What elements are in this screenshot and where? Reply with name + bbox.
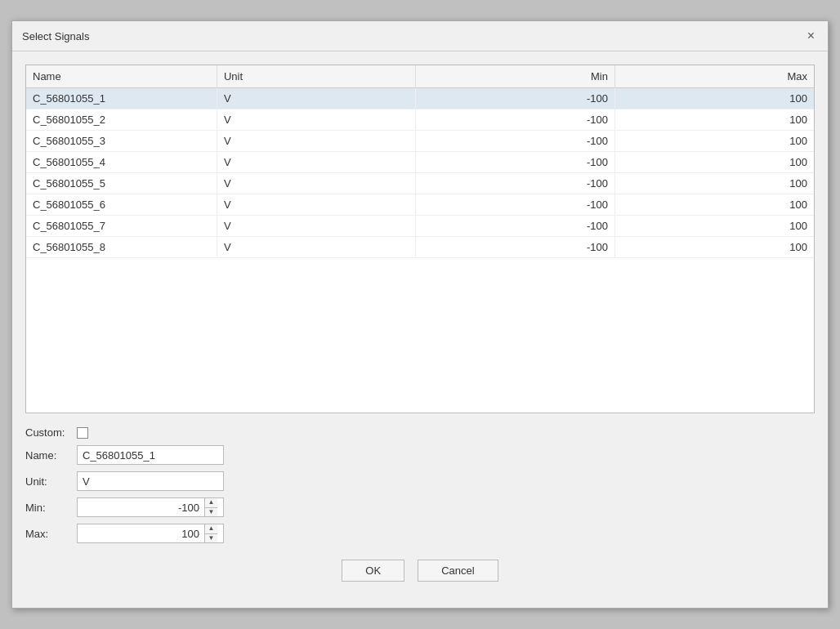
cell-min: -100 xyxy=(416,88,615,109)
table-row[interactable]: C_56801055_6V-100100 xyxy=(26,194,814,216)
min-spinner-arrows: ▲ ▼ xyxy=(204,498,217,516)
signals-table: Name Unit Min Max C_56801055_1V-100100C_… xyxy=(26,65,814,258)
cell-max: 100 xyxy=(614,109,814,131)
cell-name: C_56801055_8 xyxy=(26,237,217,258)
custom-label: Custom: xyxy=(25,426,70,439)
cell-unit: V xyxy=(217,216,416,237)
cell-name: C_56801055_6 xyxy=(26,194,217,216)
max-label: Max: xyxy=(25,528,70,540)
table-row[interactable]: C_56801055_3V-100100 xyxy=(26,131,814,152)
table-row[interactable]: C_56801055_8V-100100 xyxy=(26,237,814,258)
cell-max: 100 xyxy=(614,216,814,237)
form-section: Custom: Name: Unit: Min: ▲ ▼ xyxy=(25,426,815,543)
table-header-row: Name Unit Min Max xyxy=(26,65,814,88)
cell-min: -100 xyxy=(416,173,615,194)
name-row: Name: xyxy=(25,445,815,465)
col-header-min: Min xyxy=(416,65,615,88)
cell-min: -100 xyxy=(416,131,615,152)
max-input[interactable] xyxy=(78,524,204,542)
table-row[interactable]: C_56801055_2V-100100 xyxy=(26,109,814,131)
col-header-name: Name xyxy=(26,65,217,88)
dialog-body: Name Unit Min Max C_56801055_1V-100100C_… xyxy=(12,51,828,608)
cell-max: 100 xyxy=(614,173,814,194)
name-label: Name: xyxy=(25,449,70,462)
max-down-arrow[interactable]: ▼ xyxy=(205,534,217,543)
signals-table-container: Name Unit Min Max C_56801055_1V-100100C_… xyxy=(25,65,815,413)
min-down-arrow[interactable]: ▼ xyxy=(205,508,217,517)
col-header-unit: Unit xyxy=(217,65,416,88)
title-bar: Select Signals × xyxy=(12,21,828,51)
cell-name: C_56801055_3 xyxy=(26,131,217,152)
unit-row: Unit: xyxy=(25,471,815,491)
cell-max: 100 xyxy=(614,88,814,109)
name-input[interactable] xyxy=(77,445,224,465)
col-header-max: Max xyxy=(614,65,814,88)
cell-unit: V xyxy=(217,109,416,131)
cell-min: -100 xyxy=(416,109,615,131)
min-spinner: ▲ ▼ xyxy=(77,497,224,517)
cancel-button[interactable]: Cancel xyxy=(418,560,498,582)
ok-button[interactable]: OK xyxy=(342,560,404,582)
min-input[interactable] xyxy=(78,498,204,516)
min-row: Min: ▲ ▼ xyxy=(25,497,815,517)
cell-min: -100 xyxy=(416,237,615,258)
cell-max: 100 xyxy=(614,131,814,152)
cell-unit: V xyxy=(217,152,416,173)
cell-max: 100 xyxy=(614,152,814,173)
cell-min: -100 xyxy=(416,152,615,173)
max-spinner-arrows: ▲ ▼ xyxy=(204,524,217,542)
cell-min: -100 xyxy=(416,216,615,237)
max-up-arrow[interactable]: ▲ xyxy=(205,524,217,534)
cell-unit: V xyxy=(217,194,416,216)
cell-min: -100 xyxy=(416,194,615,216)
cell-unit: V xyxy=(217,237,416,258)
button-row: OK Cancel xyxy=(25,560,815,595)
unit-label: Unit: xyxy=(25,475,70,488)
custom-checkbox[interactable] xyxy=(77,427,88,439)
min-label: Min: xyxy=(25,502,70,514)
unit-input[interactable] xyxy=(77,471,224,491)
cell-unit: V xyxy=(217,131,416,152)
table-row[interactable]: C_56801055_5V-100100 xyxy=(26,173,814,194)
cell-unit: V xyxy=(217,88,416,109)
table-row[interactable]: C_56801055_4V-100100 xyxy=(26,152,814,173)
cell-name: C_56801055_5 xyxy=(26,173,217,194)
close-button[interactable]: × xyxy=(804,28,818,44)
cell-name: C_56801055_7 xyxy=(26,216,217,237)
cell-max: 100 xyxy=(614,194,814,216)
select-signals-dialog: Select Signals × Name Unit Min Max C_568… xyxy=(11,20,829,609)
cell-unit: V xyxy=(217,173,416,194)
dialog-title: Select Signals xyxy=(22,30,89,42)
min-up-arrow[interactable]: ▲ xyxy=(205,498,217,508)
table-row[interactable]: C_56801055_7V-100100 xyxy=(26,216,814,237)
custom-row: Custom: xyxy=(25,426,815,439)
cell-max: 100 xyxy=(614,237,814,258)
max-spinner: ▲ ▼ xyxy=(77,524,224,543)
table-row[interactable]: C_56801055_1V-100100 xyxy=(26,88,814,109)
max-row: Max: ▲ ▼ xyxy=(25,524,815,543)
cell-name: C_56801055_4 xyxy=(26,152,217,173)
cell-name: C_56801055_1 xyxy=(26,88,217,109)
cell-name: C_56801055_2 xyxy=(26,109,217,131)
